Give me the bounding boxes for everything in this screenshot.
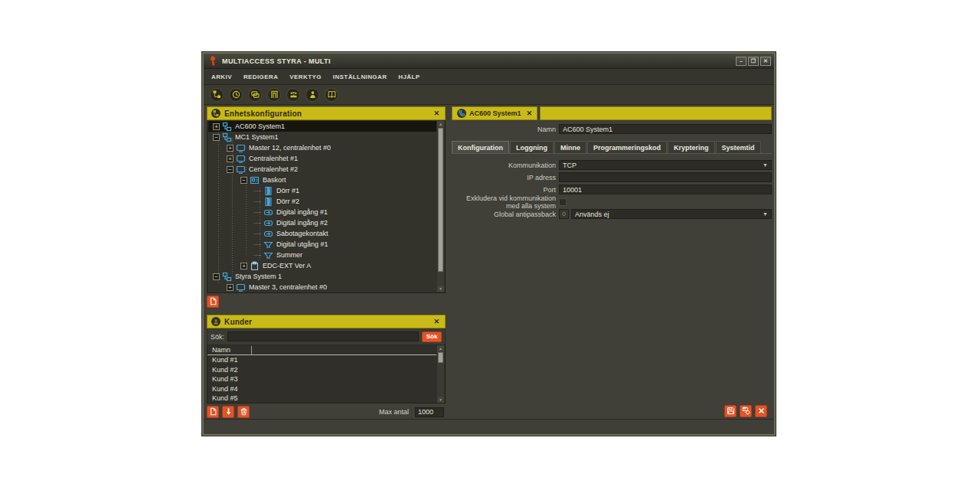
tree-expander[interactable]: + <box>213 123 220 130</box>
tree-expander[interactable]: + <box>240 263 247 270</box>
tree-item[interactable]: +AC600 System1 <box>208 121 436 132</box>
tab-kryptering[interactable]: Kryptering <box>668 141 715 153</box>
customer-scrollbar[interactable]: ▲ ▼ <box>437 345 444 403</box>
new-doc-icon <box>209 295 217 309</box>
scroll-down-icon[interactable]: ▼ <box>437 286 444 292</box>
device-actions <box>207 293 446 307</box>
maximize-button[interactable]: ❐ <box>748 57 759 66</box>
delete-customer-button[interactable] <box>237 406 250 418</box>
tree-item[interactable]: Digital utgång #1 <box>208 239 436 250</box>
customer-row[interactable]: Kund #2 <box>207 365 445 375</box>
save-button[interactable] <box>724 405 737 417</box>
tree-item[interactable]: Summer <box>208 250 436 260</box>
menu-redigera[interactable]: REDIGERA <box>243 74 278 80</box>
ip-input[interactable] <box>559 172 772 182</box>
log-book-button[interactable] <box>325 88 338 102</box>
scrollbar-thumb[interactable] <box>438 352 443 363</box>
ip-label: IP adress <box>452 174 559 181</box>
tree-item[interactable]: Dörr #2 <box>208 196 436 207</box>
scroll-up-icon[interactable]: ▲ <box>437 121 444 127</box>
name-row: Namn <box>452 123 772 135</box>
port-input[interactable] <box>559 185 772 194</box>
tree-expander[interactable]: + <box>227 145 234 152</box>
scroll-down-icon[interactable]: ▼ <box>437 397 444 403</box>
exclude-row: Exkludera vid kommunikation med alla sys… <box>452 196 772 207</box>
tree-item[interactable]: −Baskort <box>208 175 436 185</box>
customers-header[interactable]: Kunder ✕ <box>207 315 446 328</box>
close-button[interactable] <box>755 405 767 417</box>
save-send-button[interactable] <box>740 405 752 417</box>
tab-loggning[interactable]: Loggning <box>510 141 554 153</box>
tab-minne[interactable]: Minne <box>554 141 586 153</box>
max-count-label: Max antal <box>379 408 409 416</box>
tree-item[interactable]: Digital ingång #1 <box>208 207 436 217</box>
customer-row[interactable]: Kund #1 <box>207 355 445 365</box>
tree-item[interactable]: Sabotagekontakt <box>208 228 436 239</box>
tree-expander[interactable]: − <box>227 166 234 173</box>
column-header-name: Namn <box>207 346 252 354</box>
import-customer-button[interactable] <box>222 406 234 418</box>
time-schedule-button[interactable] <box>229 88 243 102</box>
doors-button[interactable] <box>267 88 281 102</box>
tab-konfiguration[interactable]: Konfiguration <box>452 141 509 153</box>
tree-item[interactable]: +Master 12, centralenhet #0 <box>208 142 436 153</box>
tab-programmeringskod[interactable]: Programmeringskod <box>587 141 667 153</box>
input-icon <box>263 207 273 217</box>
kommunikation-select[interactable]: TCP ▼ <box>559 160 772 170</box>
tree-expander[interactable]: + <box>227 155 234 162</box>
tree-item[interactable]: +Centralenhet #1 <box>208 153 436 164</box>
tree-item[interactable]: −Centralenhet #2 <box>208 164 436 175</box>
customer-search-input[interactable] <box>227 332 419 341</box>
tree-expander[interactable]: − <box>213 134 220 141</box>
antipassback-count[interactable]: 0 <box>559 209 569 219</box>
menu-verktyg[interactable]: VERKTYG <box>289 74 321 80</box>
customers-icon <box>211 317 220 326</box>
kommunikation-label: Kommunikation <box>452 162 559 169</box>
tab-systemtid[interactable]: Systemtid <box>716 141 761 153</box>
user-groups-button[interactable] <box>286 88 300 102</box>
customer-row[interactable]: Kund #5 <box>207 394 445 403</box>
tree-expander[interactable]: − <box>240 177 247 184</box>
new-device-button[interactable] <box>207 296 219 308</box>
tree-item[interactable]: −MC1 System1 <box>208 132 436 142</box>
name-input[interactable] <box>559 124 772 134</box>
exclude-checkbox[interactable] <box>559 198 567 206</box>
tree-item-label: Digital utgång #1 <box>276 240 328 248</box>
controller-icon <box>236 165 246 175</box>
max-count-input[interactable] <box>415 407 444 417</box>
close-button[interactable]: ✕ <box>760 57 771 66</box>
tree-connector <box>254 223 261 224</box>
menu-arkiv[interactable]: ARKIV <box>211 74 232 80</box>
menu-inställningar[interactable]: INSTÄLLNINGAR <box>333 74 387 80</box>
new-customer-button[interactable] <box>207 406 219 418</box>
controller-icon <box>236 143 246 153</box>
tree-item[interactable]: Dörr #1 <box>208 185 436 196</box>
tree-item[interactable]: Digital ingång #2 <box>208 217 436 228</box>
antipassback-select[interactable]: Används ej ▼ <box>571 209 772 219</box>
device-tree-button[interactable] <box>210 88 224 102</box>
scrollbar-thumb[interactable] <box>438 128 443 272</box>
tab-ac600-system1[interactable]: AC600 System1 ✕ <box>452 106 537 120</box>
tree-item[interactable]: +Master 3, centralenhet #0 <box>208 282 436 292</box>
tab-close-icon[interactable]: ✕ <box>527 109 533 117</box>
menu-hjälp[interactable]: HJÄLP <box>398 74 420 80</box>
scroll-up-icon[interactable]: ▲ <box>437 345 444 351</box>
customer-row[interactable]: Kund #4 <box>207 384 445 394</box>
users-button[interactable] <box>305 88 319 102</box>
menubar: ARKIVREDIGERAVERKTYGINSTÄLLNINGARHJÄLP <box>204 69 774 85</box>
cards-button[interactable] <box>248 88 262 102</box>
tree-scrollbar[interactable]: ▲ ▼ <box>437 121 444 292</box>
tree-expander[interactable]: − <box>213 273 220 280</box>
minimize-button[interactable]: – <box>736 57 746 66</box>
titlebar[interactable]: MULTIACCESS STYRA - MULTI – ❐ ✕ <box>204 54 774 69</box>
tree-item[interactable]: +EDC-EXT Ver A <box>208 260 436 271</box>
app-logo-icon <box>208 56 217 67</box>
tree-expander[interactable]: + <box>227 284 234 291</box>
device-config-header[interactable]: Enhetskonfiguration ✕ <box>207 106 446 120</box>
customer-row[interactable]: Kund #3 <box>207 374 445 384</box>
ip-row: IP adress <box>452 172 772 183</box>
panel-close-icon[interactable]: ✕ <box>432 318 441 325</box>
panel-close-icon[interactable]: ✕ <box>432 109 441 117</box>
tree-item[interactable]: −Styra System 1 <box>208 271 436 282</box>
search-button[interactable]: Sök <box>422 332 442 342</box>
